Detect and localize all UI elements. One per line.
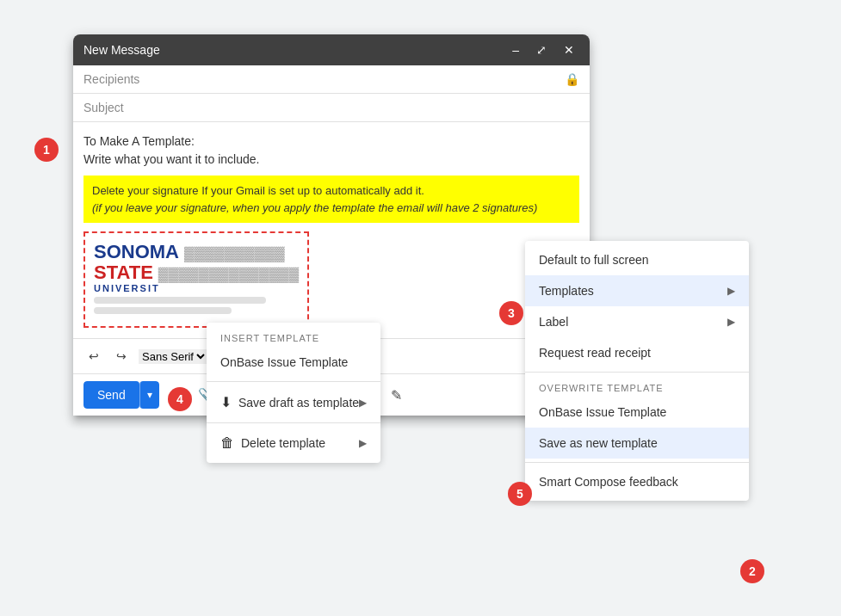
annotation-5: 5 bbox=[508, 482, 532, 506]
arrow-right-icon: ▶ bbox=[359, 397, 367, 409]
minimize-button[interactable]: – bbox=[507, 41, 524, 59]
font-selector[interactable]: Sans Serif bbox=[139, 349, 207, 364]
send-button[interactable]: Send bbox=[83, 381, 139, 409]
insert-template-menu: INSERT TEMPLATE OnBase Issue Template ⬇ … bbox=[207, 323, 380, 463]
compose-title: New Message bbox=[83, 43, 160, 57]
annotation-4: 4 bbox=[168, 387, 192, 411]
overwrite-onbase-item[interactable]: OnBase Issue Template bbox=[525, 397, 749, 428]
recipients-label: Recipients bbox=[83, 72, 139, 86]
signature-button[interactable]: ✎ bbox=[386, 382, 407, 409]
onbase-template-item[interactable]: OnBase Issue Template bbox=[207, 347, 380, 378]
menu-divider-2 bbox=[207, 422, 380, 423]
menu-divider-1 bbox=[207, 381, 380, 382]
send-group: Send ▾ bbox=[83, 381, 159, 409]
save-draft-template-item[interactable]: ⬇ Save draft as template ▶ bbox=[207, 385, 380, 419]
annotation-2: 2 bbox=[740, 559, 764, 583]
menu-divider-right-1 bbox=[525, 372, 749, 373]
signature-area: SONOMA▓▓▓▓▓▓▓▓▓▓ STATE▓▓▓▓▓▓▓▓▓▓▓▓▓▓ UNI… bbox=[83, 231, 309, 328]
redo-button[interactable]: ↪ bbox=[111, 346, 132, 367]
delete-icon: 🗑 bbox=[220, 435, 234, 451]
menu-divider-right-2 bbox=[525, 462, 749, 463]
smart-compose-item[interactable]: Smart Compose feedback bbox=[525, 466, 749, 497]
send-options-button[interactable]: ▾ bbox=[139, 381, 159, 409]
templates-arrow-icon: ▶ bbox=[727, 285, 735, 297]
insert-template-section-label: INSERT TEMPLATE bbox=[207, 326, 380, 347]
templates-item[interactable]: Templates ▶ bbox=[525, 275, 749, 306]
annotation-1: 1 bbox=[34, 138, 59, 162]
save-new-template-item[interactable]: Save as new template bbox=[525, 428, 749, 459]
instruction-text: To Make A Template: Write what you want … bbox=[83, 132, 579, 169]
save-draft-icon: ⬇ bbox=[220, 394, 232, 410]
sig-line-1 bbox=[94, 297, 266, 304]
label-item[interactable]: Label ▶ bbox=[525, 306, 749, 337]
maximize-button[interactable]: ⤢ bbox=[531, 41, 552, 59]
overwrite-section-label: OVERWRITE TEMPLATE bbox=[525, 376, 749, 397]
label-arrow-icon: ▶ bbox=[727, 316, 735, 328]
undo-button[interactable]: ↩ bbox=[83, 346, 104, 367]
lock-icon: 🔒 bbox=[565, 72, 579, 86]
more-options-menu: Default to full screen Templates ▶ Label… bbox=[525, 241, 749, 501]
default-fullscreen-item[interactable]: Default to full screen bbox=[525, 244, 749, 275]
sonoma-logo: SONOMA▓▓▓▓▓▓▓▓▓▓ STATE▓▓▓▓▓▓▓▓▓▓▓▓▓▓ UNI… bbox=[94, 242, 299, 293]
read-receipt-item[interactable]: Request read receipt bbox=[525, 337, 749, 368]
warning-box: Delete your signature If your Gmail is s… bbox=[83, 176, 579, 223]
annotation-3: 3 bbox=[499, 301, 523, 325]
sig-line-2 bbox=[94, 307, 232, 314]
subject-field[interactable]: Subject bbox=[73, 94, 590, 122]
compose-header-icons: – ⤢ ✕ bbox=[507, 41, 579, 59]
delete-template-item[interactable]: 🗑 Delete template ▶ bbox=[207, 427, 380, 459]
compose-header: New Message – ⤢ ✕ bbox=[73, 34, 590, 65]
arrow-right-icon-2: ▶ bbox=[359, 437, 367, 449]
close-button[interactable]: ✕ bbox=[559, 41, 579, 59]
subject-label: Subject bbox=[83, 101, 124, 114]
recipients-field[interactable]: Recipients 🔒 bbox=[73, 65, 590, 94]
